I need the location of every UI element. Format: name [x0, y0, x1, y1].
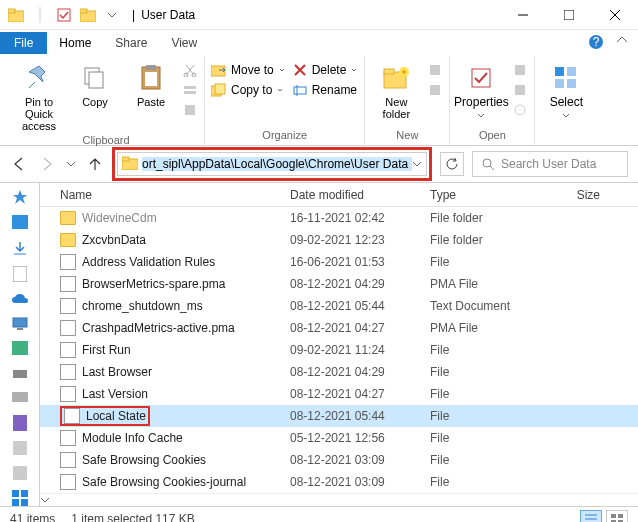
item-icon[interactable] — [10, 465, 30, 480]
svg-rect-58 — [21, 499, 28, 506]
drive-icon[interactable] — [10, 390, 30, 405]
table-row[interactable]: WidevineCdm16-11-2021 02:42File folder — [40, 207, 638, 229]
desktop-icon[interactable] — [10, 215, 30, 230]
item-icon[interactable] — [10, 441, 30, 456]
file-icon — [60, 452, 76, 468]
file-icon — [60, 364, 76, 380]
back-button[interactable] — [10, 155, 28, 173]
quick-access-icon[interactable] — [10, 189, 30, 205]
copy-button[interactable]: Copy — [70, 58, 120, 108]
column-date[interactable]: Date modified — [290, 188, 430, 202]
table-row[interactable]: First Run09-02-2021 11:24File — [40, 339, 638, 361]
table-row[interactable]: Last Browser08-12-2021 04:29File — [40, 361, 638, 383]
column-type[interactable]: Type — [430, 188, 550, 202]
open-group-label: Open — [456, 127, 528, 145]
new-group-label: New — [371, 127, 443, 145]
delete-button[interactable]: Delete — [292, 62, 359, 78]
properties-button[interactable]: Properties — [456, 58, 506, 121]
paste-icon — [135, 62, 167, 94]
copy-to-button[interactable]: Copy to — [211, 82, 286, 98]
new-folder-button[interactable]: New folder — [371, 58, 421, 120]
svg-rect-57 — [12, 499, 19, 506]
tab-share[interactable]: Share — [103, 32, 159, 54]
minimize-button[interactable] — [500, 0, 546, 30]
folder-icon — [60, 211, 76, 225]
history-button — [512, 102, 528, 118]
column-size[interactable]: Size — [550, 188, 610, 202]
pictures-icon[interactable] — [10, 341, 30, 356]
column-name[interactable]: Name — [40, 188, 290, 202]
svg-point-42 — [483, 159, 491, 167]
search-input[interactable]: Search User Data — [472, 151, 628, 177]
recent-dropdown-icon[interactable] — [66, 159, 76, 169]
delete-icon — [292, 62, 308, 78]
svg-rect-46 — [13, 266, 27, 282]
paste-button[interactable]: Paste — [126, 58, 176, 108]
table-row[interactable]: ZxcvbnData09-02-2021 12:23File folder — [40, 229, 638, 251]
file-list[interactable]: WidevineCdm16-11-2021 02:42File folderZx… — [40, 207, 638, 493]
up-button[interactable] — [86, 155, 104, 173]
address-dropdown-icon[interactable] — [412, 159, 422, 169]
onedrive-icon[interactable] — [10, 292, 30, 307]
svg-rect-36 — [555, 67, 564, 76]
svg-rect-53 — [13, 441, 27, 455]
svg-rect-55 — [12, 490, 19, 497]
downloads-icon[interactable] — [10, 240, 30, 256]
file-icon — [60, 430, 76, 446]
forward-button[interactable] — [38, 155, 56, 173]
table-row[interactable]: chrome_shutdown_ms08-12-2021 05:44Text D… — [40, 295, 638, 317]
windows-icon[interactable] — [10, 490, 30, 506]
file-icon — [64, 408, 80, 424]
details-view-button[interactable] — [580, 510, 602, 523]
music-icon[interactable] — [10, 415, 30, 431]
rename-icon — [292, 82, 308, 98]
folder-icon — [6, 5, 26, 25]
folder-icon — [60, 233, 76, 247]
qat-dropdown-icon[interactable] — [102, 5, 122, 25]
svg-rect-41 — [122, 157, 129, 161]
paste-shortcut-icon — [182, 102, 198, 118]
properties-qat-icon[interactable] — [54, 5, 74, 25]
thumbnails-view-button[interactable] — [606, 510, 628, 523]
tab-file[interactable]: File — [0, 32, 47, 54]
pin-to-quick-button[interactable]: Pin to Quick access — [14, 58, 64, 132]
this-pc-icon[interactable] — [10, 316, 30, 331]
svg-rect-21 — [185, 105, 195, 115]
svg-rect-7 — [564, 10, 574, 20]
copy-path-button — [182, 82, 198, 98]
svg-rect-15 — [146, 65, 156, 70]
move-to-button[interactable]: Move to — [211, 62, 286, 78]
ribbon-minimize-icon[interactable] — [616, 34, 628, 46]
collapse-tree-icon[interactable] — [40, 496, 50, 504]
window-title: User Data — [141, 8, 195, 22]
tab-view[interactable]: View — [159, 32, 209, 54]
sidebar[interactable] — [0, 183, 40, 506]
new-item-button — [427, 62, 443, 78]
table-row[interactable]: Last Version08-12-2021 04:27File — [40, 383, 638, 405]
table-row[interactable]: Module Info Cache05-12-2021 12:56File — [40, 427, 638, 449]
close-button[interactable] — [592, 0, 638, 30]
table-row[interactable]: Safe Browsing Cookies08-12-2021 03:09Fil… — [40, 449, 638, 471]
refresh-button[interactable] — [440, 152, 464, 176]
svg-rect-51 — [12, 392, 28, 402]
svg-rect-32 — [472, 69, 490, 87]
file-icon — [60, 276, 76, 292]
select-button[interactable]: Select — [541, 58, 591, 121]
table-row[interactable]: BrowserMetrics-spare.pma08-12-2021 04:29… — [40, 273, 638, 295]
svg-rect-13 — [89, 72, 103, 88]
network-icon[interactable] — [10, 366, 30, 381]
table-row[interactable]: CrashpadMetrics-active.pma08-12-2021 04:… — [40, 317, 638, 339]
table-row[interactable]: Address Validation Rules16-06-2021 01:53… — [40, 251, 638, 273]
documents-icon[interactable] — [10, 266, 30, 282]
help-icon[interactable]: ? — [588, 34, 604, 50]
table-row[interactable]: Safe Browsing Cookies-journal08-12-2021 … — [40, 471, 638, 493]
folder-qat-icon[interactable] — [78, 5, 98, 25]
maximize-button[interactable] — [546, 0, 592, 30]
svg-rect-31 — [430, 85, 440, 95]
svg-point-35 — [515, 105, 525, 115]
svg-rect-50 — [13, 370, 27, 378]
table-row[interactable]: Local State08-12-2021 05:44File — [40, 405, 638, 427]
tab-home[interactable]: Home — [47, 32, 103, 54]
rename-button[interactable]: Rename — [292, 82, 359, 98]
address-input[interactable] — [142, 157, 412, 171]
